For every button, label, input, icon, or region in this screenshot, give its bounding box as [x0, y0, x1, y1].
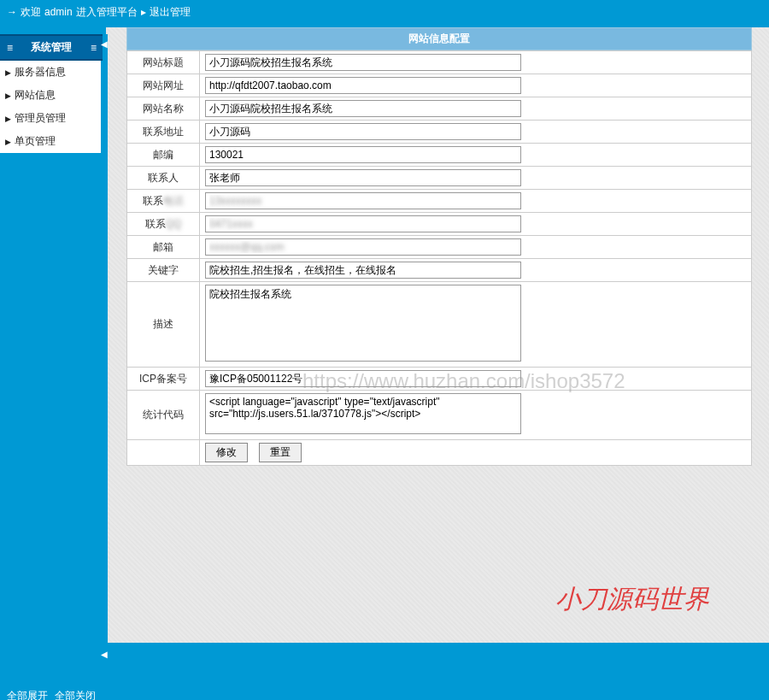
save-button[interactable]: 修改	[205, 443, 248, 462]
input-phone2[interactable]	[205, 215, 521, 232]
sidebar-item-page-manage[interactable]: ▶ 单页管理	[0, 130, 101, 153]
triangle-icon: ▶	[5, 68, 11, 77]
sidebar-list: ▶ 服务器信息 ▶ 网站信息 ▶ 管理员管理 ▶ 单页管理	[0, 61, 101, 153]
input-phone1[interactable]	[205, 192, 521, 209]
arrow-icon: →	[7, 6, 17, 18]
collapse-all-link[interactable]: 全部关闭	[55, 689, 96, 701]
arrow-icon: ▸	[141, 6, 146, 18]
sidebar-header[interactable]: ≡ 系统管理 ≡	[0, 34, 103, 61]
label-zip: 邮编	[127, 144, 200, 167]
triangle-icon: ▶	[5, 138, 11, 146]
label-desc: 描述	[127, 282, 200, 368]
label-email: 邮箱	[127, 236, 200, 259]
bottom-bar: 全部展开 全部关闭	[0, 678, 769, 700]
menu-icon: ≡	[87, 42, 99, 54]
textarea-stats[interactable]	[205, 393, 521, 434]
expand-all-link[interactable]: 全部展开	[7, 689, 48, 701]
textarea-desc[interactable]	[205, 285, 521, 362]
input-contact[interactable]	[205, 169, 521, 186]
watermark-brand: 小刀源码世界	[555, 582, 709, 617]
input-icp[interactable]	[205, 370, 521, 387]
sidebar-item-site-info[interactable]: ▶ 网站信息	[0, 84, 101, 107]
caret-left-icon: ◀	[101, 39, 108, 49]
sidebar: ≡ 系统管理 ≡ ▶ 服务器信息 ▶ 网站信息 ▶ 管理员管理 ▶ 单页管理	[0, 24, 103, 643]
label-contact: 联系人	[127, 167, 200, 190]
sidebar-item-label: 服务器信息	[15, 65, 66, 79]
label-icp: ICP备案号	[127, 368, 200, 391]
input-email[interactable]	[205, 238, 521, 256]
label-stats: 统计代码	[127, 391, 200, 440]
label-phone2: 联系QQ	[127, 213, 200, 236]
menu-icon: ≡	[3, 42, 15, 54]
input-zip[interactable]	[205, 146, 521, 163]
config-panel: 网站信息配置 网站标题 网站网址 网站名称 联系地址	[126, 27, 752, 466]
input-site-url[interactable]	[205, 77, 521, 94]
reset-button[interactable]: 重置	[259, 443, 302, 462]
label-keywords: 关键字	[127, 259, 200, 282]
sidebar-item-admin-manage[interactable]: ▶ 管理员管理	[0, 107, 101, 130]
sidebar-item-label: 网站信息	[15, 88, 56, 103]
config-form-table: 网站标题 网站网址 网站名称 联系地址 邮编	[126, 50, 752, 466]
label-site-url: 网站网址	[127, 74, 200, 97]
label-site-title: 网站标题	[127, 51, 200, 74]
welcome-text: 欢迎	[21, 5, 41, 20]
username: admin	[44, 6, 73, 18]
top-bar: → 欢迎 admin 进入管理平台 ▸ 退出管理	[0, 0, 769, 24]
sidebar-item-label: 单页管理	[15, 134, 56, 149]
input-address[interactable]	[205, 123, 521, 140]
input-keywords[interactable]	[205, 262, 521, 279]
triangle-icon: ▶	[5, 115, 11, 123]
sidebar-item-label: 管理员管理	[15, 111, 66, 126]
label-site-name: 网站名称	[127, 97, 200, 121]
sidebar-header-label: 系统管理	[31, 40, 72, 55]
triangle-icon: ▶	[5, 91, 11, 100]
splitter-handle[interactable]: ◀ ◀	[103, 34, 108, 664]
enter-platform-text: 进入管理平台	[76, 5, 138, 20]
content-area: 网站信息配置 网站标题 网站网址 网站名称 联系地址	[103, 24, 769, 643]
caret-left-icon: ◀	[101, 650, 108, 659]
panel-title: 网站信息配置	[126, 27, 752, 50]
input-site-name[interactable]	[205, 100, 521, 117]
input-site-title[interactable]	[205, 54, 521, 71]
label-address: 联系地址	[127, 121, 200, 144]
label-phone1: 联系电话	[127, 190, 200, 213]
sidebar-item-server-info[interactable]: ▶ 服务器信息	[0, 61, 101, 84]
logout-link[interactable]: 退出管理	[150, 5, 191, 20]
